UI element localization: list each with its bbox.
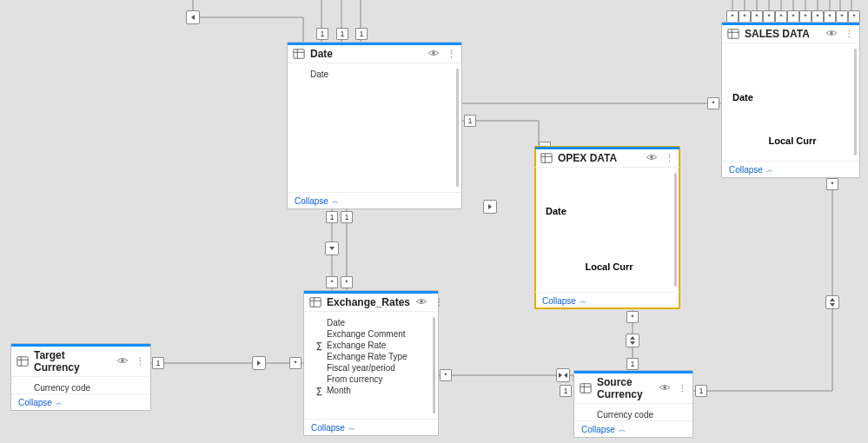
- cardinality-one: 1: [152, 357, 164, 369]
- cardinality-many: *: [326, 276, 338, 288]
- chevron-up-icon: ︿: [619, 425, 626, 434]
- table-title: Source Currency: [597, 376, 653, 400]
- svg-rect-0: [17, 357, 28, 367]
- cardinality-many: *: [799, 10, 812, 23]
- cardinality-many: *: [824, 10, 836, 23]
- field-row[interactable]: ∑Month: [315, 385, 431, 396]
- collapse-button[interactable]: Collapse︿: [311, 423, 355, 433]
- collapse-button[interactable]: Collapse︿: [18, 398, 63, 407]
- field-row[interactable]: Exchange Comment: [315, 328, 431, 340]
- key-field: Local Curr: [546, 261, 673, 272]
- svg-rect-10: [580, 384, 591, 393]
- cardinality-one: 1: [626, 358, 639, 370]
- field-row[interactable]: Currency code: [585, 409, 686, 420]
- cardinality-one: 1: [341, 211, 353, 223]
- visibility-icon[interactable]: [659, 383, 671, 393]
- chevron-up-icon: ︿: [766, 165, 773, 175]
- collapse-button[interactable]: Collapse︿: [729, 165, 773, 175]
- scrollbar[interactable]: [433, 317, 435, 413]
- cardinality-many: *: [848, 10, 860, 23]
- table-icon: [309, 296, 321, 308]
- table-icon: [540, 152, 553, 164]
- key-field: Date: [732, 92, 852, 102]
- cardinality-many: *: [787, 10, 799, 23]
- svg-rect-8: [728, 30, 739, 39]
- svg-point-3: [432, 51, 434, 54]
- table-sales-data[interactable]: SALES DATA ⋮ Date Local Curr Collapse︿: [721, 22, 860, 178]
- relationship-direction-icon: [186, 10, 200, 24]
- table-source-currency[interactable]: Source Currency ⋮ Currency code Collapse…: [573, 370, 693, 438]
- visibility-icon[interactable]: [427, 49, 440, 59]
- chevron-up-icon: ︿: [332, 196, 339, 206]
- table-title: OPEX DATA: [558, 152, 640, 164]
- cardinality-one: 1: [464, 115, 476, 127]
- cardinality-one: 1: [355, 28, 368, 40]
- scrollbar[interactable]: [854, 49, 857, 155]
- chevron-up-icon: ︿: [580, 296, 586, 306]
- table-icon: [17, 355, 29, 367]
- relationship-direction-icon: [325, 241, 339, 255]
- cardinality-one: 1: [560, 385, 572, 397]
- cardinality-many: *: [289, 357, 301, 369]
- cardinality-many: *: [726, 10, 739, 23]
- visibility-icon[interactable]: [116, 356, 129, 367]
- field-row[interactable]: Currency code: [22, 382, 143, 393]
- field-row[interactable]: Exchange Rate Type: [315, 351, 431, 362]
- cardinality-many: *: [812, 10, 824, 23]
- field-row[interactable]: ∑Exchange Rate: [315, 340, 431, 351]
- table-exchange-rates[interactable]: Exchange_Rates ⋮ Date Exchange Comment ∑…: [303, 290, 439, 436]
- more-icon[interactable]: ⋮: [665, 153, 674, 164]
- scrollbar[interactable]: [456, 69, 459, 187]
- chevron-up-icon: ︿: [56, 398, 63, 407]
- field-row[interactable]: Fiscal year/period: [315, 362, 431, 374]
- cardinality-one: 1: [326, 211, 338, 223]
- svg-point-9: [830, 31, 832, 34]
- visibility-icon[interactable]: [825, 29, 838, 39]
- cardinality-one: 1: [336, 28, 348, 40]
- cardinality-one: 1: [316, 28, 328, 40]
- cardinality-many: *: [626, 311, 639, 323]
- table-title: SALES DATA: [745, 28, 820, 40]
- relationship-direction-icon: [825, 295, 839, 309]
- svg-rect-6: [541, 154, 552, 163]
- more-icon[interactable]: ⋮: [678, 383, 687, 394]
- table-title: Target Currency: [34, 349, 111, 374]
- more-icon[interactable]: ⋮: [136, 356, 145, 367]
- svg-rect-2: [294, 50, 304, 59]
- table-opex-data[interactable]: OPEX DATA ⋮ Date Local Curr Collapse︿: [534, 146, 680, 309]
- field-row[interactable]: From currency: [315, 374, 431, 385]
- svg-point-11: [663, 386, 666, 388]
- svg-point-1: [121, 359, 123, 361]
- cardinality-many: *: [836, 10, 848, 23]
- svg-point-7: [650, 155, 653, 158]
- table-date[interactable]: Date ⋮ Date Collapse︿: [287, 42, 462, 209]
- cardinality-one: 1: [695, 385, 707, 397]
- field-row[interactable]: Date: [298, 69, 454, 80]
- collapse-button[interactable]: Collapse︿: [295, 196, 339, 206]
- sigma-icon: ∑: [315, 386, 323, 395]
- field-row[interactable]: Date: [315, 317, 431, 328]
- table-target-currency[interactable]: Target Currency ⋮ Currency code Collapse…: [10, 343, 151, 411]
- scrollbar[interactable]: [674, 173, 677, 287]
- collapse-button[interactable]: Collapse︿: [542, 296, 586, 306]
- cardinality-many: *: [751, 10, 763, 23]
- more-icon[interactable]: ⋮: [434, 297, 444, 308]
- table-title: Date: [310, 48, 422, 60]
- key-field: Local Curr: [732, 136, 852, 146]
- cardinality-many: *: [341, 276, 353, 288]
- visibility-icon[interactable]: [646, 153, 658, 163]
- cardinality-many: *: [739, 10, 751, 23]
- collapse-button[interactable]: Collapse︿: [581, 425, 626, 434]
- more-icon[interactable]: ⋮: [447, 49, 456, 60]
- cardinality-many: *: [440, 369, 452, 381]
- table-icon: [580, 382, 592, 394]
- cardinality-many: *: [763, 10, 775, 23]
- relationship-direction-icon: [556, 368, 570, 382]
- visibility-icon[interactable]: [415, 297, 427, 307]
- table-icon: [727, 28, 739, 40]
- cardinality-many: *: [707, 97, 719, 109]
- cardinality-many: *: [775, 10, 787, 23]
- key-field: Date: [546, 206, 673, 216]
- relationship-direction-icon: [483, 200, 497, 214]
- more-icon[interactable]: ⋮: [845, 29, 854, 40]
